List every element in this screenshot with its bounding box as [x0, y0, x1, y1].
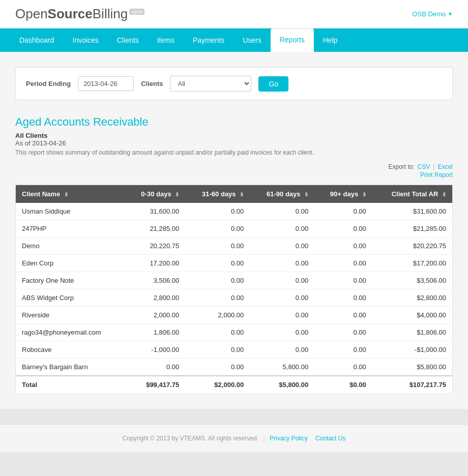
cell-61-90: 0.00: [250, 324, 314, 341]
footer-separator: |: [264, 435, 265, 442]
cell-0-30: 21,285.00: [125, 220, 185, 237]
cell-client: 247PHP: [16, 220, 125, 237]
contact-us-link[interactable]: Contact Us: [315, 435, 345, 442]
nav-reports[interactable]: Reports: [271, 28, 314, 52]
cell-total: $20,220.75: [372, 237, 453, 255]
cell-0-30: 20,220.75: [125, 237, 185, 255]
table-row: Riverside 2,000.00 2,000.00 0.00 0.00 $4…: [16, 307, 453, 324]
total-0-30: $99,417.75: [125, 376, 185, 394]
col-31-60[interactable]: 31-60 days ⇕: [185, 185, 250, 203]
cell-total: $3,506.00: [372, 272, 453, 289]
aged-ar-table: Client Name ⇕ 0-30 days ⇕ 31-60 days ⇕ 6…: [15, 185, 453, 394]
cell-client: Robocave: [16, 341, 125, 359]
total-90plus: $0.00: [314, 376, 372, 394]
go-button[interactable]: Go: [258, 76, 288, 92]
table-row: ABS Widget Corp 2,800.00 0.00 0.00 0.00 …: [16, 289, 453, 307]
nav-dashboard[interactable]: Dashboard: [10, 29, 64, 51]
report-title: Aged Accounts Receivable: [15, 115, 453, 129]
nav-users[interactable]: Users: [233, 29, 271, 51]
nav-invoices[interactable]: Invoices: [64, 29, 108, 51]
table-row: Factory One Note 3,506.00 0.00 0.00 0.00…: [16, 272, 453, 289]
cell-0-30: 3,506.00: [125, 272, 185, 289]
nav-items[interactable]: Items: [148, 29, 184, 51]
cell-61-90: 0.00: [250, 272, 314, 289]
cell-90plus: 0.00: [314, 324, 372, 341]
clients-select[interactable]: All: [170, 76, 251, 92]
cell-31-60: 0.00: [185, 272, 250, 289]
cell-client: Eden Corp: [16, 255, 125, 272]
table-row: Demo 20,220.75 0.00 0.00 0.00 $20,220.75: [16, 237, 453, 255]
cell-61-90: 5,800.00: [250, 359, 314, 376]
clients-label: Clients: [141, 80, 163, 87]
report-subtitle: All Clients: [15, 132, 453, 139]
cell-31-60: 0.00: [185, 359, 250, 376]
cell-total: $31,600.00: [372, 203, 453, 220]
period-ending-input[interactable]: [78, 76, 134, 91]
cell-31-60: 2,000.00: [185, 307, 250, 324]
sort-icon-0-30: ⇕: [175, 192, 179, 197]
cell-90plus: 0.00: [314, 289, 372, 307]
table-row: Usman Siddique 31,600.00 0.00 0.00 0.00 …: [16, 203, 453, 220]
table-header-row: Client Name ⇕ 0-30 days ⇕ 31-60 days ⇕ 6…: [16, 185, 453, 203]
cell-61-90: 0.00: [250, 289, 314, 307]
export-row: Export to: CSV | Excel: [15, 163, 453, 170]
cell-90plus: 0.00: [314, 255, 372, 272]
cell-client: Demo: [16, 237, 125, 255]
cell-31-60: 0.00: [185, 255, 250, 272]
print-report-link[interactable]: Print Report: [420, 171, 453, 178]
col-90plus[interactable]: 90+ days ⇕: [314, 185, 372, 203]
col-client-name[interactable]: Client Name ⇕: [16, 185, 125, 203]
cell-total: $5,800.00: [372, 359, 453, 376]
cell-90plus: 0.00: [314, 341, 372, 359]
cell-total: $1,806.00: [372, 324, 453, 341]
cell-0-30: 17,200.00: [125, 255, 185, 272]
period-ending-label: Period Ending: [26, 80, 71, 87]
cell-31-60: 0.00: [185, 289, 250, 307]
report-description: This report shows summary of outstanding…: [15, 149, 453, 156]
nav-help[interactable]: Help: [314, 29, 347, 51]
cell-61-90: 0.00: [250, 307, 314, 324]
table-row: Robocave -1,000.00 0.00 0.00 0.00 -$1,00…: [16, 341, 453, 359]
main-nav: Dashboard Invoices Clients Items Payment…: [0, 28, 468, 52]
cell-61-90: 0.00: [250, 237, 314, 255]
col-total-ar[interactable]: Client Total AR ⇕: [372, 185, 453, 203]
table-row: Barney's Bargain Barn 0.00 0.00 5,800.00…: [16, 359, 453, 376]
export-csv-link[interactable]: CSV: [418, 163, 430, 170]
user-menu-label: OSB Demo: [412, 10, 446, 18]
cell-total: $2,800.00: [372, 289, 453, 307]
total-31-60: $2,000.00: [185, 376, 250, 394]
cell-90plus: 0.00: [314, 203, 372, 220]
nav-clients[interactable]: Clients: [108, 29, 148, 51]
user-menu[interactable]: OSB Demo ▼: [412, 10, 453, 18]
cell-61-90: 0.00: [250, 220, 314, 237]
cell-90plus: 0.00: [314, 359, 372, 376]
export-label: Export to:: [388, 163, 414, 170]
logo-billing: Billing: [93, 6, 128, 21]
cell-total: -$1,000.00: [372, 341, 453, 359]
export-excel-link[interactable]: Excel: [438, 163, 453, 170]
cell-0-30: -1,000.00: [125, 341, 185, 359]
cell-90plus: 0.00: [314, 220, 372, 237]
cell-client: rago34@phoneyemail.com: [16, 324, 125, 341]
cell-31-60: 0.00: [185, 324, 250, 341]
cell-total: $21,285.00: [372, 220, 453, 237]
privacy-policy-link[interactable]: Privacy Policy: [270, 435, 308, 442]
logo-source: Source: [48, 6, 93, 21]
cell-client: Factory One Note: [16, 272, 125, 289]
cell-31-60: 0.00: [185, 237, 250, 255]
cell-0-30: 31,600.00: [125, 203, 185, 220]
cell-0-30: 2,800.00: [125, 289, 185, 307]
col-61-90[interactable]: 61-90 days ⇕: [250, 185, 314, 203]
cell-total: $17,200.00: [372, 255, 453, 272]
cell-31-60: 0.00: [185, 341, 250, 359]
filter-bar: Period Ending Clients All Go: [15, 67, 453, 100]
logo: OpenSourceBillingalpha: [15, 6, 144, 22]
col-0-30[interactable]: 0-30 days ⇕: [125, 185, 185, 203]
table-row: Eden Corp 17,200.00 0.00 0.00 0.00 $17,2…: [16, 255, 453, 272]
sort-icon-client: ⇕: [64, 192, 68, 197]
nav-payments[interactable]: Payments: [184, 29, 233, 51]
cell-31-60: 0.00: [185, 220, 250, 237]
page-footer: Copyright © 2013 by VTEAMS. All rights r…: [0, 424, 468, 452]
sort-icon-61-90: ⇕: [304, 192, 308, 197]
table-row: rago34@phoneyemail.com 1,806.00 0.00 0.0…: [16, 324, 453, 341]
